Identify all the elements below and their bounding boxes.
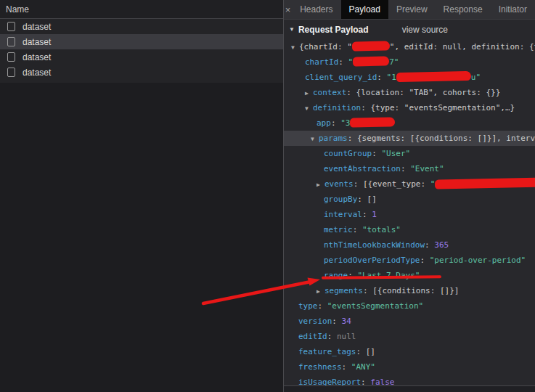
json-token: groupBy <box>324 195 357 204</box>
json-token: ", editId: null, definition: {t <box>390 42 535 52</box>
json-token: 7" <box>389 57 399 67</box>
json-token: : [] <box>356 347 375 356</box>
json-token: : {segments: [{conditions: []}], interva <box>348 134 535 143</box>
json-token: feature_tags <box>298 347 356 356</box>
payload-json-tree: ▼{chartId: "", editId: null, definition:… <box>284 39 535 385</box>
json-token: editId <box>298 332 327 341</box>
json-token: : {location: "TAB", cohorts: {}} <box>346 88 500 97</box>
json-token: {chartId: " <box>299 42 352 52</box>
json-token: : <box>401 164 410 173</box>
request-name-label: dataset <box>23 37 51 47</box>
json-token: isUsageReport <box>298 377 361 385</box>
payload-tree-row[interactable]: editId: null <box>284 329 535 344</box>
json-token: "3 <box>340 118 350 128</box>
payload-tree-row[interactable]: ▼definition: {type: "eventsSegmentation"… <box>284 100 535 115</box>
json-token: segments <box>324 286 363 295</box>
payload-tree-row[interactable]: version: 34 <box>284 314 535 329</box>
json-token: : <box>362 210 372 219</box>
json-token: : {type: "eventsSegmentation",…} <box>361 103 515 113</box>
json-token: context <box>313 88 346 97</box>
request-name-label: dataset <box>23 22 51 32</box>
json-token: false <box>370 377 394 385</box>
payload-tree-row[interactable]: client_query_id: "1u" <box>284 70 535 85</box>
payload-tree-row[interactable]: feature_tags: [] <box>284 344 535 359</box>
payload-tree-row[interactable]: countGroup: "User" <box>284 146 535 161</box>
request-row[interactable]: dataset <box>0 34 283 49</box>
chevron-down-icon[interactable]: ▼ <box>311 131 319 147</box>
document-icon <box>7 22 15 31</box>
json-token: type <box>298 301 318 311</box>
json-token: "eventsSegmentation" <box>327 301 423 311</box>
json-token: "Event" <box>410 164 444 173</box>
detail-tab-bar: × HeadersPayloadPreviewResponseInitiator <box>284 0 535 20</box>
json-token: definition <box>313 103 361 113</box>
payload-tree-row[interactable]: ▶context: {location: "TAB", cohorts: {}} <box>284 85 535 100</box>
payload-tree-row[interactable]: periodOverPeriodType: "period-over-perio… <box>284 253 535 268</box>
json-token: : <box>425 240 434 250</box>
payload-tree-row[interactable]: isUsageReport: false <box>284 375 535 385</box>
request-row[interactable]: dataset <box>0 65 283 80</box>
redaction-scribble <box>435 177 535 189</box>
json-token: params <box>319 134 348 143</box>
close-icon[interactable]: × <box>284 0 292 19</box>
json-token: interval <box>324 210 362 219</box>
tab-initiator[interactable]: Initiator <box>491 0 535 19</box>
request-row[interactable]: dataset <box>0 49 283 65</box>
tab-preview[interactable]: Preview <box>388 0 436 19</box>
json-token: "1 <box>387 73 396 82</box>
json-token: : <box>348 271 357 280</box>
payload-tree-row[interactable]: interval: 1 <box>284 207 535 222</box>
json-token: : <box>342 362 351 372</box>
json-token: "totals" <box>362 225 401 234</box>
payload-tree-row[interactable]: eventAbstraction: "Event" <box>284 161 535 176</box>
request-detail-pane: × HeadersPayloadPreviewResponseInitiator… <box>284 0 535 392</box>
json-token: nthTimeLookbackWindow <box>324 240 425 250</box>
json-token: : <box>338 57 348 67</box>
json-token: "period-over-period" <box>430 256 526 265</box>
payload-tree-row[interactable]: freshness: "ANY" <box>284 359 535 375</box>
redaction-scribble <box>353 56 389 66</box>
detail-tabs: HeadersPayloadPreviewResponseInitiator <box>292 0 535 19</box>
payload-tree-row[interactable]: ▶segments: [{conditions: []}] <box>284 283 535 298</box>
payload-tree-row[interactable]: chartId: "7" <box>284 54 535 70</box>
redaction-scribble <box>352 41 390 51</box>
collapse-triangle-icon[interactable]: ▼ <box>289 26 295 33</box>
request-name-label: dataset <box>23 68 51 78</box>
chevron-right-icon[interactable]: ▶ <box>316 284 324 299</box>
chevron-down-icon[interactable]: ▼ <box>305 101 313 116</box>
payload-tree-row[interactable]: range: "Last 7 Days" <box>284 268 535 283</box>
payload-tree-row[interactable]: app: "3 <box>284 115 535 131</box>
payload-tree-row[interactable]: ▼params: {segments: [{conditions: []}], … <box>284 131 535 146</box>
tab-headers[interactable]: Headers <box>292 0 340 19</box>
json-token: : <box>377 73 386 82</box>
json-token: 365 <box>434 240 449 250</box>
below-tree-area <box>284 386 535 392</box>
payload-tree-row[interactable]: groupBy: [] <box>284 192 535 207</box>
view-source-link[interactable]: view source <box>402 25 448 35</box>
json-token: eventAbstraction <box>324 164 401 173</box>
json-token: : <box>331 118 340 128</box>
json-token: : <box>327 332 337 341</box>
json-token: u" <box>471 73 481 82</box>
json-token: : [{conditions: []}] <box>363 286 459 295</box>
chevron-right-icon[interactable]: ▶ <box>316 177 324 192</box>
chevron-right-icon[interactable]: ▶ <box>305 86 313 101</box>
payload-tree-row[interactable]: ▼{chartId: "", editId: null, definition:… <box>284 39 535 54</box>
payload-tree-row[interactable]: type: "eventsSegmentation" <box>284 298 535 314</box>
request-row[interactable]: dataset <box>0 19 283 34</box>
json-token: "Last 7 Days" <box>357 271 420 280</box>
tab-response[interactable]: Response <box>436 0 491 19</box>
json-token: null <box>337 332 356 341</box>
payload-tree-row[interactable]: nthTimeLookbackWindow: 365 <box>284 237 535 253</box>
request-payload-section-header[interactable]: ▼ Request Payload view source <box>284 20 535 39</box>
payload-tree-row[interactable]: ▶events: [{event_type: "w <box>284 176 535 192</box>
tab-payload[interactable]: Payload <box>341 0 388 19</box>
payload-tree-row[interactable]: metric: "totals" <box>284 222 535 237</box>
document-icon <box>7 37 15 46</box>
network-requests-panel: Name datasetdatasetdatasetdataset <box>0 0 283 392</box>
json-token: : <box>332 317 341 326</box>
json-token: periodOverPeriodType <box>324 256 420 265</box>
chevron-down-icon[interactable]: ▼ <box>291 40 299 55</box>
json-token: : <box>318 301 327 311</box>
name-column-header[interactable]: Name <box>0 0 283 19</box>
